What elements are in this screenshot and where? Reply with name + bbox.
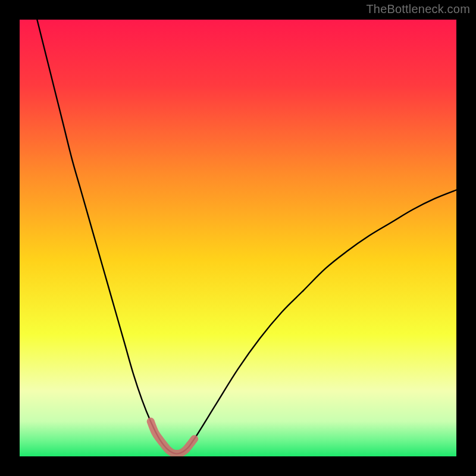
watermark-text: TheBottleneck.com <box>366 2 470 16</box>
bottleneck-chart <box>20 20 456 456</box>
gradient-background <box>20 20 456 456</box>
plot-area <box>20 20 456 456</box>
chart-frame: TheBottleneck.com <box>0 0 476 476</box>
